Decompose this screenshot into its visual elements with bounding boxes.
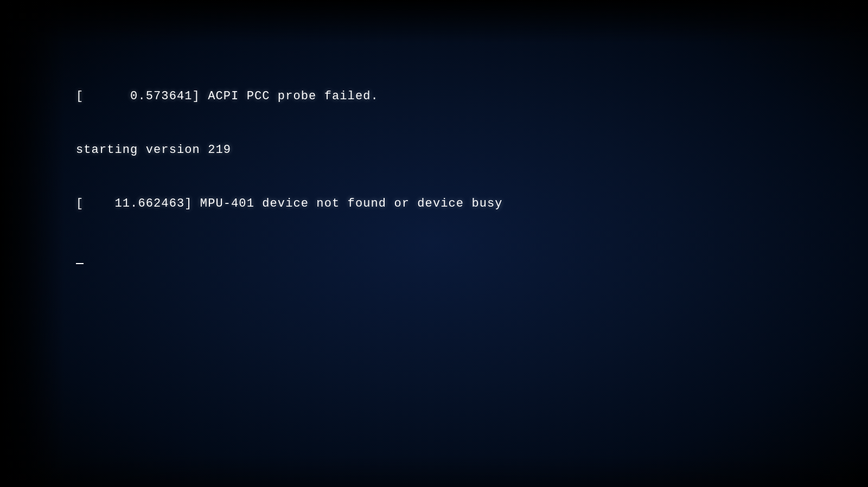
kernel-line-1: [ 0.573641] ACPI PCC probe failed.	[76, 87, 503, 105]
cursor-line	[76, 248, 503, 266]
systemd-line: starting version 219	[76, 141, 503, 159]
kernel-line-2: [ 11.662463] MPU-401 device not found or…	[76, 195, 503, 213]
terminal-screen: [ 0.573641] ACPI PCC probe failed. start…	[0, 0, 868, 487]
terminal-output: [ 0.573641] ACPI PCC probe failed. start…	[76, 52, 503, 302]
terminal-cursor	[76, 263, 84, 264]
bottom-vignette	[0, 454, 868, 487]
